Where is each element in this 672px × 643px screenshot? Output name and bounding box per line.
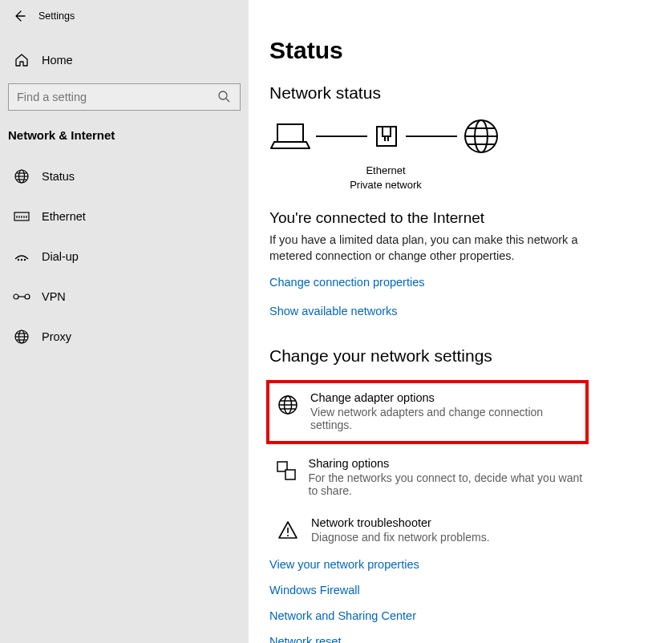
sidebar-item-label: Dial-up [42,250,79,263]
svg-point-0 [219,91,227,99]
svg-point-17 [25,294,30,299]
option-desc: Diagnose and fix network problems. [311,531,490,544]
diagram-caption: Ethernet Private network [269,164,502,192]
sidebar-item-status[interactable]: Status [0,156,249,196]
network-diagram [269,112,672,160]
svg-point-16 [14,294,18,299]
network-sharing-center-link[interactable]: Network and Sharing Center [269,609,416,622]
diagram-line [406,135,457,137]
option-title: Change adapter options [310,391,579,404]
globe-icon [13,328,30,346]
svg-point-15 [24,259,26,261]
sidebar-item-vpn[interactable]: VPN [0,277,249,317]
titlebar: Settings [0,0,249,32]
arrow-left-icon [13,10,26,22]
globe-icon [276,393,299,417]
search-box[interactable] [8,83,241,111]
back-button[interactable] [6,3,32,29]
adapter-label: Ethernet [269,164,502,178]
ethernet-icon [13,208,30,225]
option-troubleshooter[interactable]: Network troubleshooter Diagnose and fix … [269,512,598,550]
search-container [0,82,249,119]
svg-rect-40 [285,470,295,479]
option-title: Sharing options [309,457,592,470]
connected-body: If you have a limited data plan, you can… [269,232,590,265]
globe-icon [13,168,30,185]
svg-rect-24 [277,124,303,142]
windows-firewall-link[interactable]: Windows Firewall [269,584,360,596]
home-icon [13,51,30,69]
option-change-adapter[interactable]: Change adapter options View network adap… [266,380,589,444]
warning-icon [276,518,300,542]
show-available-networks-link[interactable]: Show available networks [269,305,398,317]
main-content: Status Network status Ethernet Private n… [249,0,672,643]
svg-point-13 [18,259,19,261]
diagram-line [316,135,367,137]
svg-point-42 [287,535,289,536]
sidebar-item-home[interactable]: Home [0,43,249,77]
vpn-icon [13,288,30,305]
adapter-icon [372,122,401,151]
sidebar-item-dialup[interactable]: Dial-up [0,237,249,277]
sidebar-item-label: VPN [42,290,66,303]
sidebar-item-ethernet[interactable]: Ethernet [0,196,249,237]
network-status-heading: Network status [269,83,672,103]
option-sharing[interactable]: Sharing options For the networks you con… [269,452,598,503]
view-network-properties-link[interactable]: View your network properties [269,558,419,571]
laptop-icon [269,119,311,153]
share-icon [276,459,298,483]
search-input[interactable] [17,91,217,103]
svg-rect-26 [383,127,391,136]
change-connection-properties-link[interactable]: Change connection properties [269,276,424,289]
page-title: Status [269,37,672,64]
sidebar-section-header: Network & Internet [0,119,249,156]
svg-line-1 [226,99,229,102]
option-title: Network troubleshooter [311,516,490,529]
change-settings-heading: Change your network settings [269,346,672,366]
sidebar-item-label: Status [42,170,75,183]
network-reset-link[interactable]: Network reset [269,635,341,643]
option-desc: View network adapters and change connect… [310,406,579,431]
network-type-label: Private network [269,178,502,192]
sidebar-item-proxy[interactable]: Proxy [0,317,249,357]
sidebar-item-label: Proxy [42,330,71,343]
option-desc: For the networks you connect to, decide … [309,471,592,497]
connected-heading: You're connected to the Internet [269,209,672,227]
sidebar: Settings Home Network & Internet Status … [0,0,249,643]
svg-point-14 [21,259,22,261]
globe-large-icon [462,117,500,156]
home-label: Home [42,54,73,67]
app-title: Settings [38,10,75,22]
search-icon [217,90,232,104]
sidebar-item-label: Ethernet [42,210,86,223]
dialup-icon [13,248,30,265]
